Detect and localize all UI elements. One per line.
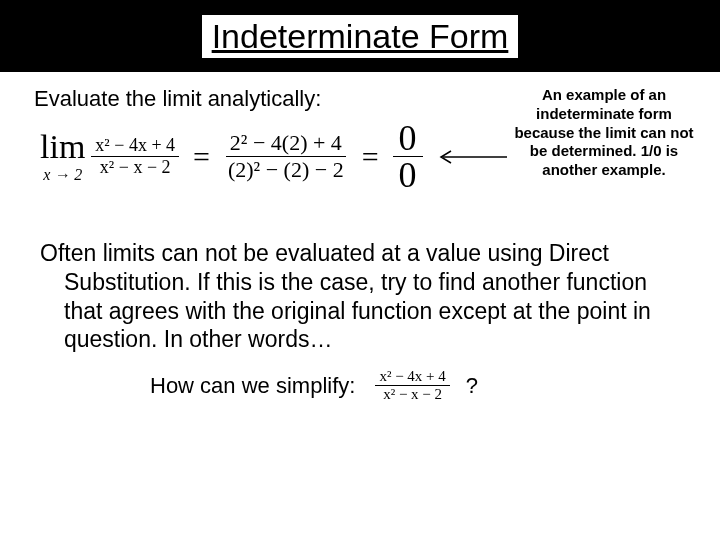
body-paragraph: Often limits can not be evaluated at a v… (40, 239, 680, 354)
fraction-1: x² − 4x + 4 x² − x − 2 (91, 135, 179, 178)
limit-operator: lim x → 2 (40, 130, 85, 184)
frac3-num: 0 (393, 120, 423, 157)
frac2-num: 2² − 4(2) + 4 (226, 130, 346, 157)
question-mark: ? (466, 373, 478, 399)
simplify-fraction: x² − 4x + 4 x² − x − 2 (375, 368, 449, 403)
simplify-den: x² − x − 2 (379, 386, 446, 403)
lim-word: lim (40, 130, 85, 164)
frac2-den: (2)² − (2) − 2 (224, 157, 348, 183)
frac1-den: x² − x − 2 (96, 157, 175, 178)
page-title: Indeterminate Form (202, 15, 519, 58)
arrow-left-icon (437, 149, 507, 165)
equals-2: = (362, 140, 379, 174)
simplify-num: x² − 4x + 4 (375, 368, 449, 386)
simplify-prompt: How can we simplify: (150, 373, 355, 399)
frac3-den: 0 (393, 157, 423, 193)
title-bar: Indeterminate Form (0, 0, 720, 72)
lim-approach: x → 2 (43, 166, 82, 184)
equals-1: = (193, 140, 210, 174)
annotation-note: An example of an indeterminate form beca… (510, 86, 698, 180)
fraction-result: 0 0 (393, 120, 423, 193)
simplify-row: How can we simplify: x² − 4x + 4 x² − x … (150, 368, 720, 403)
frac1-num: x² − 4x + 4 (91, 135, 179, 157)
fraction-2: 2² − 4(2) + 4 (2)² − (2) − 2 (224, 130, 348, 183)
